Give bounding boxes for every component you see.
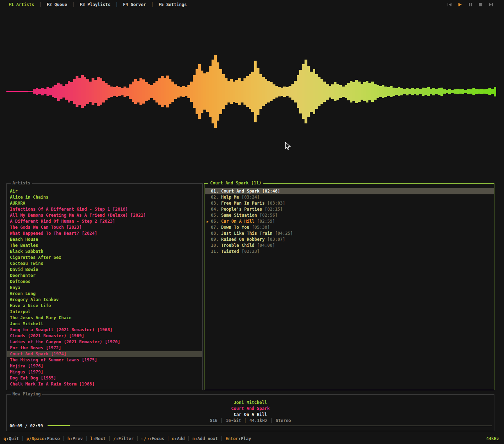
album-item[interactable]: Ladies of the Canyon (2021 Remaster) [19… — [7, 339, 202, 345]
artist-item[interactable]: Gregory Alan Isakov — [7, 297, 202, 303]
artist-item[interactable]: Enya — [7, 285, 202, 291]
album-item[interactable]: Mingus [1979] — [7, 369, 202, 375]
album-item[interactable]: The Hissing of Summer Lawns [1975] — [7, 357, 202, 363]
album-item[interactable]: A Different Kind Of Human - Step 2 [2023… — [7, 218, 202, 224]
track-row[interactable]: ▶06. Car On A Hill [02:59] — [205, 218, 494, 224]
track-row[interactable]: 02. Help Me [03:24] — [205, 194, 494, 200]
album-item[interactable]: For the Roses [1972] — [7, 345, 202, 351]
track-row[interactable]: 01. Court And Spark [02:48] — [205, 188, 494, 194]
track-row[interactable]: 07. Down To You [05:38] — [205, 224, 494, 231]
shortcut-filter[interactable]: /:Filter — [113, 436, 134, 441]
waveform-bar — [129, 84, 132, 99]
skip-back-icon[interactable] — [447, 2, 452, 7]
format-separator: │ — [244, 418, 246, 423]
waveform-bar — [336, 84, 339, 100]
album-item[interactable]: The Gods We Can Touch [2023] — [7, 224, 202, 231]
waveform-bar — [377, 85, 379, 98]
shortcut-add-next[interactable]: n:Add next — [192, 436, 218, 441]
waveform-bar — [326, 84, 329, 100]
artist-item[interactable]: Cocteau Twins — [7, 261, 202, 267]
artist-item[interactable]: David Bowie — [7, 267, 202, 273]
now-playing-track: Car On A Hill — [7, 412, 494, 418]
waveform-bar — [158, 78, 161, 105]
track-row[interactable]: 10. Trouble Child [04:00] — [205, 243, 494, 249]
artist-item[interactable]: Deerhunter — [7, 273, 202, 279]
shortcut-add[interactable]: e:Add — [172, 436, 185, 441]
waveform-bar — [161, 76, 164, 107]
album-item[interactable]: Hejira [1976] — [7, 363, 202, 369]
artist-item[interactable]: AURORA — [7, 200, 202, 206]
waveform-bar — [294, 81, 297, 102]
shortcut-next[interactable]: l:Next — [90, 436, 105, 441]
artist-item[interactable]: Alice in Chains — [7, 194, 202, 200]
artist-item[interactable]: Beach House — [7, 237, 202, 243]
shortcut-key: n — [192, 436, 195, 441]
artist-item[interactable]: The Jesus And Mary Chain — [7, 315, 202, 321]
format-value: 44.1kHz — [250, 418, 268, 423]
play-icon[interactable] — [458, 2, 462, 7]
waveform-bar — [100, 78, 103, 105]
tab-bar: F1 Artists│F2 Queue│F3 Playlists│F4 Serv… — [0, 0, 504, 9]
artists-panel-title: Artists — [11, 181, 32, 185]
tab-playlists[interactable]: F3 Playlists — [80, 2, 111, 7]
waveform-bar — [331, 84, 334, 99]
track-title: Car On A Hill — [221, 219, 254, 224]
shortcut-separator: │ — [167, 436, 169, 441]
track-row[interactable]: 09. Raised On Robbery [03:07] — [205, 237, 494, 243]
artist-item[interactable]: The Beatles — [7, 243, 202, 249]
waveform-bar — [451, 90, 454, 93]
shortcut-desc: :Pause — [44, 436, 60, 441]
album-item[interactable]: Song to a Seagull (2021 Remaster) [1968] — [7, 327, 202, 333]
tab-queue[interactable]: F2 Queue — [46, 2, 67, 7]
artist-item[interactable]: Green Lung — [7, 291, 202, 297]
waveform-bar — [185, 87, 188, 96]
artist-item[interactable]: Interpol — [7, 309, 202, 315]
artist-item[interactable]: Black Sabbath — [7, 249, 202, 255]
shortcut-pause[interactable]: p/Space:Pause — [27, 436, 60, 441]
album-item[interactable]: Infections Of A Different Kind - Step 1 … — [7, 206, 202, 212]
waveform-bar — [76, 76, 78, 107]
shortcut-play[interactable]: Enter:Play — [225, 436, 251, 441]
tab-settings[interactable]: F5 Settings — [159, 2, 187, 7]
album-item[interactable]: Clouds (2021 Remaster) [1969] — [7, 333, 202, 339]
waveform-bar — [246, 76, 249, 107]
tab-server[interactable]: F4 Server — [123, 2, 146, 7]
artist-item[interactable]: Deftones — [7, 279, 202, 285]
tab-artists[interactable]: F1 Artists — [9, 2, 34, 7]
track-number: 05. — [211, 213, 219, 218]
track-row[interactable]: 11. Twisted [02:23] — [205, 249, 494, 255]
album-item[interactable]: Court And Spark [1974] — [7, 351, 202, 357]
album-item[interactable]: Dog Eat Dog [1985] — [7, 375, 202, 381]
track-row[interactable]: 08. Just Like This Train [04:25] — [205, 231, 494, 237]
track-row[interactable]: 05. Same Situation [02:56] — [205, 212, 494, 218]
waveform-bar — [169, 79, 172, 104]
waveform-bar — [241, 81, 243, 102]
artist-item[interactable]: Cigarettes After Sex — [7, 255, 202, 261]
waveform-bar — [435, 89, 438, 94]
pause-icon[interactable] — [468, 2, 472, 7]
track-row[interactable]: 03. Free Man In Paris [03:03] — [205, 200, 494, 206]
format-separator: │ — [270, 418, 273, 423]
track-row[interactable]: 04. People's Parties [02:15] — [205, 206, 494, 212]
waveform-bar — [243, 78, 246, 105]
shortcut-focus[interactable]: ←/→:Focus — [141, 436, 164, 441]
shortcut-prev[interactable]: h:Prev — [67, 436, 83, 441]
skip-forward-icon[interactable] — [489, 2, 493, 7]
shortcut-quit[interactable]: q:Quit — [4, 436, 19, 441]
waveform-bar — [49, 88, 52, 95]
artist-item[interactable]: Have a Nice Life — [7, 303, 202, 309]
album-item[interactable]: Chalk Mark In A Rain Storm [1988] — [7, 381, 202, 387]
artists-list: AirAlice in ChainsAURORAInfections Of A … — [7, 188, 202, 387]
elapsed-duration-time: 00:09 / 02:59 — [10, 423, 43, 428]
music-player-app: F1 Artists│F2 Queue│F3 Playlists│F4 Serv… — [0, 0, 504, 444]
track-number: 10. — [211, 243, 219, 248]
progress-bar[interactable] — [48, 425, 492, 426]
now-playing-title: Now Playing — [11, 392, 42, 396]
waveform-bar — [318, 77, 321, 106]
album-item[interactable]: What Happened To The Heart? [2024] — [7, 231, 202, 237]
stop-icon[interactable] — [478, 2, 483, 7]
artist-item[interactable]: Air — [7, 188, 202, 194]
album-item[interactable]: All My Demons Greeting Me As A Friend (D… — [7, 212, 202, 218]
artist-item[interactable]: Joni Mitchell — [7, 321, 202, 327]
waveform-bar — [137, 81, 140, 102]
